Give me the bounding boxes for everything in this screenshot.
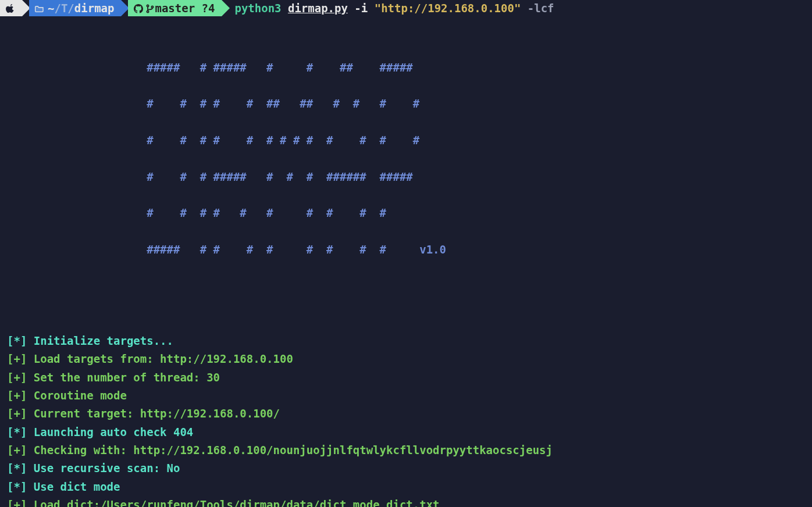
terminal-output[interactable]: ##### # ##### # # ## ##### # # # # # ## … (0, 16, 812, 507)
log-output: [*] Initialize targets...[+] Load target… (7, 332, 805, 507)
status-line: [*] Initialize targets... (7, 332, 805, 350)
svg-point-0 (147, 5, 149, 6)
ascii-line: ##### # ##### # # ## ##### (7, 59, 805, 77)
status-line: [+] Current target: http://192.168.0.100… (7, 405, 805, 423)
status-line: [+] Coroutine mode (7, 387, 805, 405)
cmd-url: "http://192.168.0.100" (375, 2, 521, 15)
cmd-args-pre: -i (348, 2, 375, 15)
cmd-args-post: -lcf (521, 2, 554, 15)
status-line: [+] Load targets from: http://192.168.0.… (7, 350, 805, 368)
prompt-bar: ~/T/dirmap master ?4 python3 dirmap.py -… (0, 0, 812, 16)
ascii-line: # # # # # # # # # # (7, 204, 805, 222)
github-icon (134, 2, 143, 15)
git-status: ?4 (202, 2, 215, 15)
path-tail: dirmap (74, 2, 115, 15)
status-line: [+] Set the number of thread: 30 (7, 369, 805, 387)
path-sep-2: / (67, 2, 74, 15)
banner-version: v1.0 (419, 243, 446, 256)
ascii-banner: ##### # ##### # # ## ##### # # # # # ## … (7, 40, 805, 277)
svg-point-2 (152, 6, 154, 8)
status-line: [*] Use recursive scan: No (7, 459, 805, 477)
git-segment: master ?4 (128, 0, 222, 16)
git-branch: master (155, 2, 195, 15)
status-line: [*] Use dict mode (7, 478, 805, 496)
command-line[interactable]: python3 dirmap.py -i "http://192.168.0.1… (229, 0, 554, 16)
ascii-line: # # # # # ## ## # # # # (7, 95, 805, 113)
cmd-file: dirmap.py (288, 2, 348, 15)
branch-icon (145, 2, 155, 15)
ascii-line: # # # ##### # # # ###### ##### (7, 168, 805, 186)
cmd-python: python3 (234, 2, 281, 15)
svg-point-1 (147, 10, 149, 12)
status-line: [+] Checking with: http://192.168.0.100/… (7, 441, 805, 459)
ascii-line: # # # # # # # # # # # # # (7, 131, 805, 149)
folder-icon (35, 2, 44, 15)
path-segment: ~/T/dirmap (29, 0, 121, 16)
apple-icon (6, 3, 15, 13)
path-mid: T (61, 2, 67, 15)
path-sep-1: / (54, 2, 60, 15)
apple-segment (0, 0, 22, 16)
status-line: [+] Load dict:/Users/runfeng/Tools/dirma… (7, 496, 805, 507)
path-tilde: ~ (48, 2, 54, 15)
ascii-line: ##### # # # # # # # # v1.0 (7, 241, 805, 259)
status-line: [*] Launching auto check 404 (7, 423, 805, 441)
